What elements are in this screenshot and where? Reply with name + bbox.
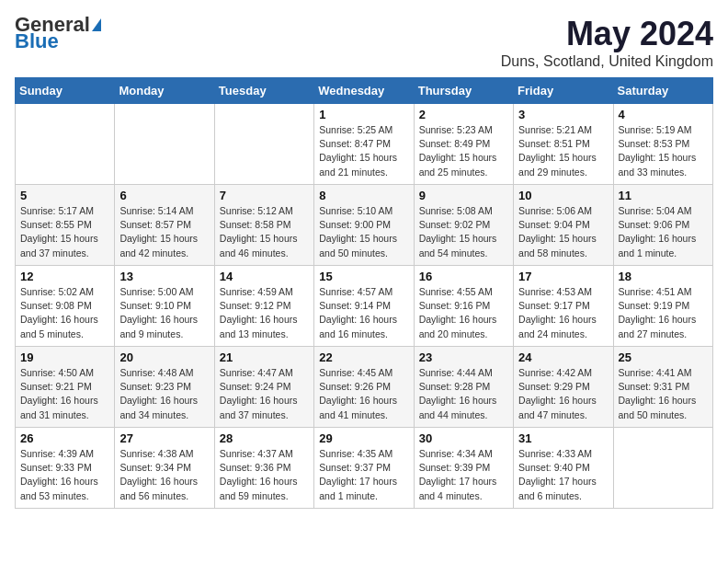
day-info: Sunrise: 5:06 AM Sunset: 9:04 PM Dayligh… (518, 204, 608, 260)
day-info: Sunrise: 4:33 AM Sunset: 9:40 PM Dayligh… (518, 447, 608, 503)
calendar-cell (214, 104, 313, 185)
logo-blue-text: Blue (15, 31, 59, 52)
day-info: Sunrise: 4:57 AM Sunset: 9:14 PM Dayligh… (319, 285, 408, 341)
weekday-header-cell: Sunday (16, 78, 115, 104)
day-number: 6 (119, 189, 209, 202)
day-number: 16 (419, 270, 508, 283)
day-number: 19 (20, 350, 109, 364)
day-info: Sunrise: 4:44 AM Sunset: 9:28 PM Dayligh… (419, 366, 508, 422)
day-number: 4 (619, 108, 708, 121)
calendar-cell: 8Sunrise: 5:10 AM Sunset: 9:00 PM Daylig… (314, 185, 414, 266)
day-info: Sunrise: 4:53 AM Sunset: 9:17 PM Dayligh… (518, 285, 608, 341)
weekday-header-cell: Thursday (414, 78, 513, 104)
day-number: 8 (319, 189, 408, 202)
day-number: 3 (518, 108, 608, 121)
day-number: 5 (20, 189, 109, 202)
day-number: 30 (419, 431, 508, 445)
day-info: Sunrise: 4:51 AM Sunset: 9:19 PM Dayligh… (619, 285, 708, 341)
day-number: 11 (619, 189, 708, 202)
day-info: Sunrise: 5:04 AM Sunset: 9:06 PM Dayligh… (619, 204, 708, 260)
day-number: 7 (220, 189, 309, 202)
calendar-cell: 13Sunrise: 5:00 AM Sunset: 9:10 PM Dayli… (115, 266, 214, 347)
calendar-cell: 5Sunrise: 5:17 AM Sunset: 8:55 PM Daylig… (16, 185, 115, 266)
weekday-header-cell: Tuesday (214, 78, 313, 104)
calendar-cell: 20Sunrise: 4:48 AM Sunset: 9:23 PM Dayli… (115, 347, 214, 428)
day-number: 9 (419, 189, 508, 202)
day-info: Sunrise: 5:14 AM Sunset: 8:57 PM Dayligh… (119, 204, 209, 260)
day-number: 29 (319, 431, 408, 445)
calendar-week-row: 12Sunrise: 5:02 AM Sunset: 9:08 PM Dayli… (16, 266, 713, 347)
day-info: Sunrise: 5:19 AM Sunset: 8:53 PM Dayligh… (619, 123, 708, 179)
logo: General Blue (15, 15, 101, 52)
logo-triangle-icon (92, 18, 101, 31)
title-block: May 2024 Duns, Scotland, United Kingdom (501, 15, 713, 70)
day-info: Sunrise: 4:41 AM Sunset: 9:31 PM Dayligh… (619, 366, 708, 422)
calendar-cell: 19Sunrise: 4:50 AM Sunset: 9:21 PM Dayli… (16, 347, 115, 428)
day-info: Sunrise: 5:17 AM Sunset: 8:55 PM Dayligh… (20, 204, 109, 260)
calendar-cell: 23Sunrise: 4:44 AM Sunset: 9:28 PM Dayli… (414, 347, 513, 428)
day-info: Sunrise: 5:08 AM Sunset: 9:02 PM Dayligh… (419, 204, 508, 260)
calendar-cell: 18Sunrise: 4:51 AM Sunset: 9:19 PM Dayli… (613, 266, 712, 347)
day-number: 23 (419, 350, 508, 364)
day-info: Sunrise: 5:10 AM Sunset: 9:00 PM Dayligh… (319, 204, 408, 260)
calendar-week-row: 5Sunrise: 5:17 AM Sunset: 8:55 PM Daylig… (16, 185, 713, 266)
month-title: May 2024 (501, 15, 713, 53)
day-info: Sunrise: 4:48 AM Sunset: 9:23 PM Dayligh… (119, 366, 209, 422)
calendar-cell: 26Sunrise: 4:39 AM Sunset: 9:33 PM Dayli… (16, 428, 115, 509)
day-number: 25 (619, 350, 708, 364)
day-number: 1 (319, 108, 408, 121)
weekday-header-cell: Saturday (613, 78, 712, 104)
calendar-cell: 14Sunrise: 4:59 AM Sunset: 9:12 PM Dayli… (214, 266, 313, 347)
calendar-week-row: 19Sunrise: 4:50 AM Sunset: 9:21 PM Dayli… (16, 347, 713, 428)
day-number: 22 (319, 350, 408, 364)
calendar-cell: 29Sunrise: 4:35 AM Sunset: 9:37 PM Dayli… (314, 428, 414, 509)
calendar-cell: 10Sunrise: 5:06 AM Sunset: 9:04 PM Dayli… (514, 185, 613, 266)
calendar-cell: 11Sunrise: 5:04 AM Sunset: 9:06 PM Dayli… (613, 185, 712, 266)
day-number: 24 (518, 350, 608, 364)
day-number: 12 (20, 270, 109, 283)
calendar-cell: 25Sunrise: 4:41 AM Sunset: 9:31 PM Dayli… (613, 347, 712, 428)
location-title: Duns, Scotland, United Kingdom (501, 53, 713, 70)
calendar-cell: 30Sunrise: 4:34 AM Sunset: 9:39 PM Dayli… (414, 428, 513, 509)
day-info: Sunrise: 4:59 AM Sunset: 9:12 PM Dayligh… (220, 285, 309, 341)
day-number: 15 (319, 270, 408, 283)
day-number: 18 (619, 270, 708, 283)
calendar-cell (613, 428, 712, 509)
calendar-cell: 22Sunrise: 4:45 AM Sunset: 9:26 PM Dayli… (314, 347, 414, 428)
weekday-header-cell: Wednesday (314, 78, 414, 104)
calendar-body: 1Sunrise: 5:25 AM Sunset: 8:47 PM Daylig… (16, 104, 713, 509)
calendar-week-row: 26Sunrise: 4:39 AM Sunset: 9:33 PM Dayli… (16, 428, 713, 509)
calendar-cell: 12Sunrise: 5:02 AM Sunset: 9:08 PM Dayli… (16, 266, 115, 347)
day-info: Sunrise: 4:38 AM Sunset: 9:34 PM Dayligh… (119, 447, 209, 503)
day-number: 31 (518, 431, 608, 445)
day-number: 20 (119, 350, 209, 364)
weekday-header-row: SundayMondayTuesdayWednesdayThursdayFrid… (16, 78, 713, 104)
calendar-table: SundayMondayTuesdayWednesdayThursdayFrid… (15, 77, 713, 509)
calendar-cell: 21Sunrise: 4:47 AM Sunset: 9:24 PM Dayli… (214, 347, 313, 428)
calendar-cell: 27Sunrise: 4:38 AM Sunset: 9:34 PM Dayli… (115, 428, 214, 509)
calendar-cell: 3Sunrise: 5:21 AM Sunset: 8:51 PM Daylig… (514, 104, 613, 185)
calendar-cell (16, 104, 115, 185)
day-number: 17 (518, 270, 608, 283)
calendar-cell: 31Sunrise: 4:33 AM Sunset: 9:40 PM Dayli… (514, 428, 613, 509)
page-header: General Blue May 2024 Duns, Scotland, Un… (15, 15, 713, 70)
day-info: Sunrise: 4:42 AM Sunset: 9:29 PM Dayligh… (518, 366, 608, 422)
calendar-cell: 7Sunrise: 5:12 AM Sunset: 8:58 PM Daylig… (214, 185, 313, 266)
day-info: Sunrise: 5:02 AM Sunset: 9:08 PM Dayligh… (20, 285, 109, 341)
day-info: Sunrise: 5:25 AM Sunset: 8:47 PM Dayligh… (319, 123, 408, 179)
calendar-cell: 1Sunrise: 5:25 AM Sunset: 8:47 PM Daylig… (314, 104, 414, 185)
calendar-cell: 9Sunrise: 5:08 AM Sunset: 9:02 PM Daylig… (414, 185, 513, 266)
day-info: Sunrise: 4:47 AM Sunset: 9:24 PM Dayligh… (220, 366, 309, 422)
day-info: Sunrise: 5:21 AM Sunset: 8:51 PM Dayligh… (518, 123, 608, 179)
day-number: 10 (518, 189, 608, 202)
day-info: Sunrise: 5:00 AM Sunset: 9:10 PM Dayligh… (119, 285, 209, 341)
day-info: Sunrise: 5:12 AM Sunset: 8:58 PM Dayligh… (220, 204, 309, 260)
day-info: Sunrise: 4:50 AM Sunset: 9:21 PM Dayligh… (20, 366, 109, 422)
day-info: Sunrise: 4:37 AM Sunset: 9:36 PM Dayligh… (220, 447, 309, 503)
calendar-cell: 24Sunrise: 4:42 AM Sunset: 9:29 PM Dayli… (514, 347, 613, 428)
weekday-header-cell: Friday (514, 78, 613, 104)
day-number: 13 (119, 270, 209, 283)
day-number: 14 (220, 270, 309, 283)
day-number: 21 (220, 350, 309, 364)
day-info: Sunrise: 4:34 AM Sunset: 9:39 PM Dayligh… (419, 447, 508, 503)
